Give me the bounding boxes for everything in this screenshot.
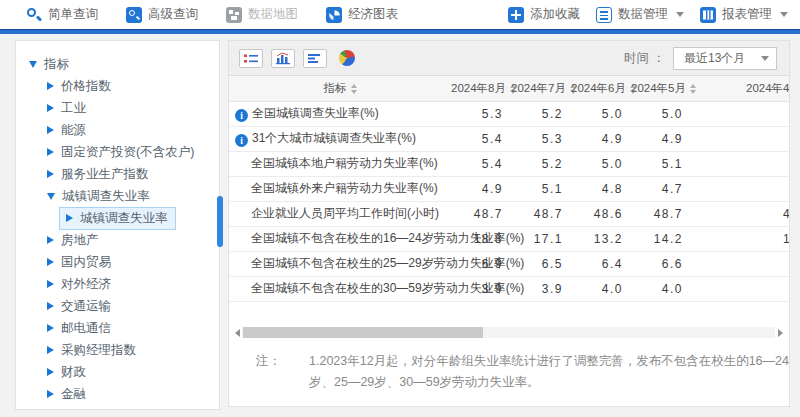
hbar-chart-view-button[interactable] <box>303 49 327 68</box>
value-cell: 48.7 <box>511 201 571 226</box>
time-range-dropdown[interactable]: 最近13个月 <box>673 47 777 70</box>
header-month[interactable]: 2024年5月 <box>631 76 691 101</box>
report-management-menu[interactable]: 报表管理 <box>700 6 788 23</box>
nav-item-data-map[interactable]: 数据地图 <box>226 6 298 23</box>
header-month[interactable]: 2024年6月 <box>571 76 631 101</box>
pie-chart-view-button[interactable] <box>335 49 359 68</box>
data-management-icon <box>596 7 612 23</box>
horizontal-scrollbar-thumb[interactable] <box>243 327 483 338</box>
expand-arrow-icon[interactable] <box>47 258 54 266</box>
value-cell: 5.4 <box>451 151 511 176</box>
expand-arrow-icon[interactable] <box>47 82 54 90</box>
bar-chart-icon <box>274 51 292 65</box>
expand-arrow-icon[interactable] <box>47 324 54 332</box>
collapse-arrow-icon[interactable] <box>47 193 55 200</box>
value-cell: 48.7 <box>631 201 691 226</box>
header-month[interactable]: 2024年8月 <box>451 76 511 101</box>
indicator-data-table: 指标 2024年8月 2024年7月 2024年6月 2024年5月 2024年… <box>229 76 789 302</box>
value-cell: 48.7 <box>451 201 511 226</box>
tree-item-urban-survey-unemployment-child-selected[interactable]: 城镇调查失业率 <box>16 207 219 229</box>
table-view-button[interactable] <box>239 49 263 68</box>
scroll-left-button[interactable] <box>232 326 242 339</box>
add-favorite-button[interactable]: 添加收藏 <box>508 6 580 23</box>
nav-label: 添加收藏 <box>530 6 580 23</box>
expand-arrow-icon[interactable] <box>47 104 54 112</box>
tree-item-domestic-trade[interactable]: 国内贸易 <box>16 251 219 273</box>
bar-chart-view-button[interactable] <box>271 49 295 68</box>
nav-label: 简单查询 <box>48 6 98 23</box>
expand-arrow-icon[interactable] <box>47 280 54 288</box>
tree-item-price-index[interactable]: 价格指数 <box>16 75 219 97</box>
tree-label: 交通运输 <box>61 298 111 315</box>
tree-label: 能源 <box>61 122 86 139</box>
nav-item-economic-charts[interactable]: 经济图表 <box>326 6 398 23</box>
expand-arrow-icon[interactable] <box>66 214 73 222</box>
tree-label: 工业 <box>61 100 86 117</box>
header-month[interactable]: 2024年4月 <box>691 76 789 101</box>
tree-item-transportation[interactable]: 交通运输 <box>16 295 219 317</box>
value-cell: 4.7 <box>631 176 691 201</box>
nav-label: 数据地图 <box>248 6 298 23</box>
value-cell: 1 <box>691 226 789 251</box>
scroll-right-button[interactable] <box>775 326 785 339</box>
value-cell <box>691 126 789 151</box>
vertical-scrollbar-thumb[interactable] <box>217 196 223 247</box>
tree-item-fixed-asset-investment[interactable]: 固定资产投资(不含农户) <box>16 141 219 163</box>
expand-arrow-icon[interactable] <box>47 126 54 134</box>
nav-item-advanced-query[interactable]: 高级查询 <box>126 6 198 23</box>
indicator-label: 全国城镇外来户籍劳动力失业率(%) <box>251 181 438 195</box>
expand-arrow-icon[interactable] <box>47 346 54 354</box>
expand-arrow-icon[interactable] <box>47 302 54 310</box>
expand-arrow-icon[interactable] <box>47 368 54 376</box>
value-cell: 4.0 <box>571 276 631 301</box>
tree-label: 金融 <box>61 386 86 403</box>
value-cell: 4 <box>691 201 789 226</box>
value-cell: 4.9 <box>571 126 631 151</box>
tree-root-indicators[interactable]: 指标 <box>16 53 219 75</box>
indicator-label: 全国城镇调查失业率(%) <box>252 106 379 120</box>
tree-item-urban-survey-unemployment[interactable]: 城镇调查失业率 <box>16 185 219 207</box>
value-cell <box>691 276 789 301</box>
horizontal-scrollbar <box>232 326 785 339</box>
indicator-label: 31个大城市城镇调查失业率(%) <box>252 131 416 145</box>
tree-item-post-telecom[interactable]: 邮电通信 <box>16 317 219 339</box>
value-cell: 5.0 <box>631 101 691 126</box>
header-month[interactable]: 2024年7月 <box>511 76 571 101</box>
collapse-arrow-icon[interactable] <box>29 61 37 68</box>
footnote-text: 1.2023年12月起，对分年龄组失业率统计进行了调整完善，发布不包含在校生的1… <box>309 351 790 393</box>
report-management-icon <box>700 7 716 23</box>
tree-item-fiscal[interactable]: 财政 <box>16 361 219 383</box>
expand-arrow-icon[interactable] <box>47 170 54 178</box>
value-cell: 6.6 <box>631 251 691 276</box>
value-cell: 4.8 <box>571 176 631 201</box>
header-indicator[interactable]: 指标 <box>229 76 451 101</box>
expand-arrow-icon[interactable] <box>47 148 54 156</box>
nav-label: 报表管理 <box>722 6 772 23</box>
sort-icon[interactable] <box>351 84 357 94</box>
tree-item-industry[interactable]: 工业 <box>16 97 219 119</box>
value-cell: 5.3 <box>511 126 571 151</box>
table-row: i31个大城市城镇调查失业率(%) 5.4 5.3 4.9 4.9 <box>229 126 789 151</box>
time-range-value: 最近13个月 <box>684 50 745 67</box>
chevron-down-icon <box>676 12 684 17</box>
tree-item-real-estate[interactable]: 房地产 <box>16 229 219 251</box>
table-row: 全国城镇外来户籍劳动力失业率(%) 4.9 5.1 4.8 4.7 <box>229 176 789 201</box>
expand-arrow-icon[interactable] <box>47 236 54 244</box>
value-cell: 5.0 <box>571 101 631 126</box>
data-management-menu[interactable]: 数据管理 <box>596 6 684 23</box>
tree-item-foreign-economy[interactable]: 对外经济 <box>16 273 219 295</box>
sort-icon[interactable] <box>690 84 696 94</box>
info-icon[interactable]: i <box>235 109 248 122</box>
tree-item-pmi[interactable]: 采购经理指数 <box>16 339 219 361</box>
list-view-icon <box>242 52 260 65</box>
tree-label: 房地产 <box>61 232 99 249</box>
value-cell <box>691 101 789 126</box>
scrollbar-track[interactable] <box>242 327 775 338</box>
tree-item-service-production-index[interactable]: 服务业生产指数 <box>16 163 219 185</box>
expand-arrow-icon[interactable] <box>47 390 54 398</box>
value-cell: 5.0 <box>571 151 631 176</box>
nav-item-simple-query[interactable]: 简单查询 <box>26 6 98 23</box>
tree-item-finance[interactable]: 金融 <box>16 383 219 405</box>
info-icon[interactable]: i <box>235 134 248 147</box>
tree-item-energy[interactable]: 能源 <box>16 119 219 141</box>
